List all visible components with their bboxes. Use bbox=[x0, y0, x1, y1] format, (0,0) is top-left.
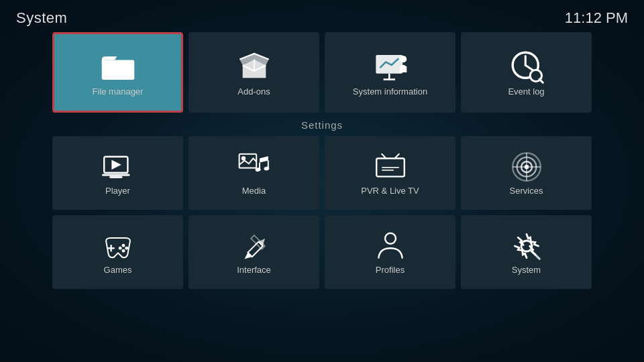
page-title: System bbox=[16, 9, 67, 27]
top-tiles-row: File manager Add-ons System information bbox=[0, 32, 644, 113]
tile-profiles-label: Profiles bbox=[376, 265, 405, 275]
settings-row-1: Player Media bbox=[16, 136, 628, 210]
svg-rect-12 bbox=[102, 174, 130, 176]
svg-rect-13 bbox=[109, 176, 122, 178]
settings-section: Settings Player bbox=[0, 119, 644, 289]
svg-point-4 bbox=[399, 55, 406, 62]
tile-pvr-live-tv-label: PVR & Live TV bbox=[361, 186, 419, 196]
player-icon bbox=[102, 151, 134, 183]
games-icon bbox=[102, 230, 134, 262]
svg-line-40 bbox=[532, 251, 539, 259]
tile-media[interactable]: Media bbox=[189, 136, 319, 210]
event-log-icon bbox=[509, 49, 544, 84]
tile-services[interactable]: Services bbox=[461, 136, 592, 210]
svg-rect-0 bbox=[101, 60, 134, 79]
svg-line-9 bbox=[539, 79, 543, 82]
settings-row-2: Games Interface Profiles bbox=[16, 215, 628, 289]
tile-interface[interactable]: Interface bbox=[189, 215, 319, 289]
svg-line-7 bbox=[525, 65, 532, 70]
profiles-icon bbox=[374, 230, 407, 262]
tile-player[interactable]: Player bbox=[52, 136, 183, 210]
header: System 11:12 PM bbox=[0, 0, 644, 32]
add-ons-icon bbox=[237, 49, 272, 84]
tile-file-manager[interactable]: File manager bbox=[52, 32, 183, 113]
svg-point-35 bbox=[121, 249, 125, 252]
tile-system-information[interactable]: System information bbox=[325, 32, 455, 113]
tile-system-information-label: System information bbox=[353, 86, 427, 97]
media-icon bbox=[238, 151, 270, 183]
tile-file-manager-label: File manager bbox=[93, 86, 144, 97]
tile-event-log[interactable]: Event log bbox=[461, 32, 592, 113]
tile-event-log-label: Event log bbox=[508, 86, 544, 97]
svg-point-15 bbox=[241, 156, 245, 160]
tile-games[interactable]: Games bbox=[52, 215, 183, 289]
tile-interface-label: Interface bbox=[237, 265, 271, 275]
tile-add-ons-label: Add-ons bbox=[237, 86, 270, 97]
svg-point-36 bbox=[118, 246, 121, 249]
tile-games-label: Games bbox=[104, 265, 132, 275]
services-icon bbox=[511, 151, 543, 183]
tile-system-label: System bbox=[512, 265, 541, 275]
pvr-live-tv-icon bbox=[374, 151, 407, 183]
settings-label: Settings bbox=[16, 119, 628, 131]
svg-point-38 bbox=[385, 233, 396, 243]
tile-media-label: Media bbox=[242, 186, 266, 196]
tile-profiles[interactable]: Profiles bbox=[325, 215, 455, 289]
tile-services-label: Services bbox=[510, 186, 543, 196]
svg-rect-14 bbox=[239, 154, 256, 168]
svg-point-33 bbox=[121, 243, 125, 247]
clock: 11:12 PM bbox=[565, 9, 628, 27]
svg-point-34 bbox=[125, 246, 128, 249]
system-icon bbox=[511, 230, 543, 262]
tile-pvr-live-tv[interactable]: PVR & Live TV bbox=[325, 136, 455, 210]
interface-icon bbox=[238, 230, 270, 262]
tile-player-label: Player bbox=[105, 186, 130, 196]
file-manager-icon bbox=[101, 49, 136, 84]
system-information-icon bbox=[373, 49, 408, 84]
tile-system[interactable]: System bbox=[461, 215, 592, 289]
svg-marker-11 bbox=[111, 160, 121, 169]
tile-add-ons[interactable]: Add-ons bbox=[189, 32, 319, 113]
